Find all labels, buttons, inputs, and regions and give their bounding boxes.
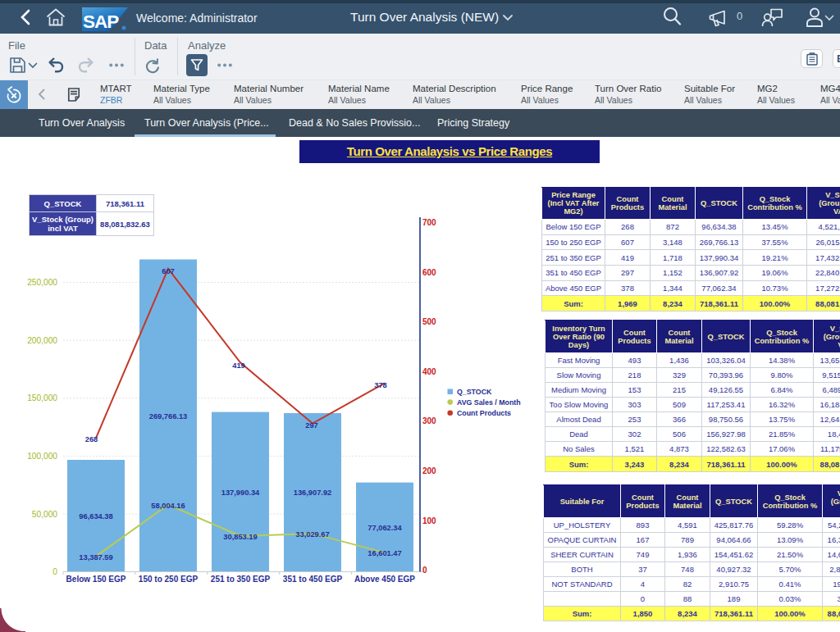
svg-text:96,634.38: 96,634.38 [79,512,112,521]
svg-text:137,990.34: 137,990.34 [221,489,260,497]
svg-text:100,000: 100,000 [27,452,57,461]
svg-text:400: 400 [422,367,436,376]
svg-text:297: 297 [305,421,318,430]
svg-text:Above 450 EGP: Above 450 EGP [354,575,415,584]
svg-text:Q_STOCK: Q_STOCK [457,388,492,396]
svg-text:419: 419 [232,361,245,370]
svg-text:251 to 350 EGP: 251 to 350 EGP [211,575,271,584]
svg-text:250,000: 250,000 [27,278,57,287]
svg-text:Below 150 EGP: Below 150 EGP [66,575,126,584]
svg-text:269,766.13: 269,766.13 [149,412,188,421]
svg-text:AVG Sales / Month: AVG Sales / Month [457,398,521,407]
svg-text:16,601.47: 16,601.47 [368,549,401,557]
svg-text:300: 300 [422,416,436,425]
svg-text:600: 600 [422,268,436,277]
svg-text:607: 607 [162,267,175,275]
svg-text:150,000: 150,000 [27,393,57,402]
svg-text:351 to 450 EGP: 351 to 450 EGP [283,575,343,584]
svg-text:700: 700 [422,218,436,227]
svg-text:150 to 250 EGP: 150 to 250 EGP [139,575,199,584]
svg-text:50,000: 50,000 [32,510,57,519]
svg-text:100: 100 [422,516,436,525]
svg-text:13,387.59: 13,387.59 [79,553,112,562]
svg-text:77,062.34: 77,062.34 [368,524,402,532]
svg-text:Count Products: Count Products [457,409,511,417]
svg-text:58,004.16: 58,004.16 [151,502,185,510]
svg-text:500: 500 [422,317,436,326]
svg-text:378: 378 [374,381,387,389]
svg-text:SAP: SAP [83,11,119,31]
svg-text:30,853.19: 30,853.19 [223,533,257,541]
svg-text:200,000: 200,000 [27,336,57,345]
svg-text:136,907.92: 136,907.92 [294,489,332,497]
svg-text:268: 268 [85,435,98,443]
svg-text:0: 0 [422,566,427,575]
svg-text:0: 0 [52,567,57,576]
svg-text:200: 200 [422,466,436,475]
svg-text:33,029.67: 33,029.67 [295,530,329,539]
